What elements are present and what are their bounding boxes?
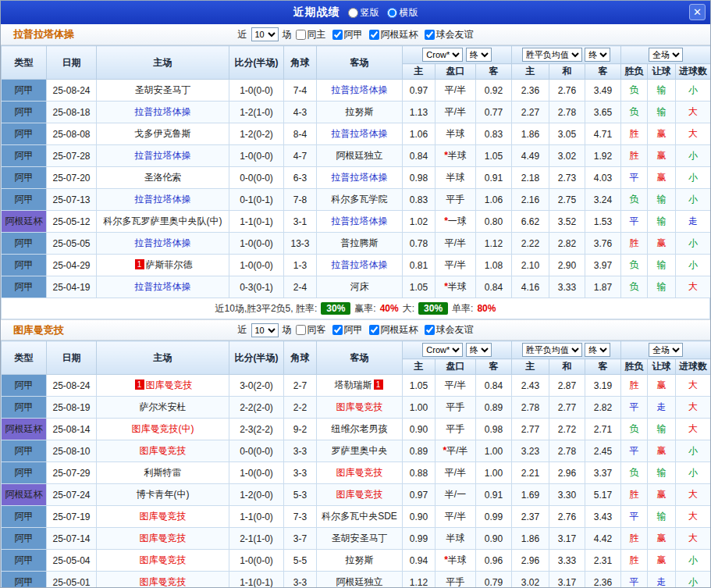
- date-cell: 25-08-14: [47, 419, 97, 440]
- league-cell: 阿甲: [2, 189, 47, 211]
- date-cell: 25-05-05: [47, 233, 97, 255]
- titlebar: 近期战绩 竖版 横版 ✕: [1, 1, 710, 24]
- home-team-cell: 拉普拉塔体操: [97, 189, 229, 211]
- score-cell: 0-3(0-1): [229, 276, 284, 298]
- score-cell: 1-2(0-2): [229, 123, 284, 145]
- filter-checkbox-同主[interactable]: 同主: [296, 28, 326, 41]
- bookmaker-select[interactable]: Crow*: [422, 343, 463, 357]
- home-team-cell: 拉普拉塔体操: [97, 145, 229, 167]
- avg-odds-select[interactable]: 胜平负均值: [522, 48, 582, 62]
- team-name: 图库曼竞技: [146, 380, 193, 390]
- avg-odds-cell: 2.31: [585, 550, 621, 572]
- avg-odds-cell: 3.24: [585, 189, 621, 211]
- filter-checkbox-阿甲[interactable]: 阿甲: [332, 323, 363, 337]
- team-name: 图库曼竞技: [140, 445, 187, 456]
- team-name: 拉努斯: [346, 554, 374, 565]
- league-cell: 阿甲: [2, 462, 47, 484]
- avg-odds-cell: 1.87: [585, 276, 621, 298]
- checkbox[interactable]: [332, 325, 343, 335]
- score-cell: 0-0(0-0): [229, 167, 284, 189]
- near-label: 近: [238, 323, 247, 337]
- avg-odds-cell: 3.23: [512, 440, 549, 462]
- avg-final-select[interactable]: 终: [585, 343, 610, 357]
- odds-cell: 平手: [435, 189, 476, 211]
- avg-odds-cell: 1.86: [512, 123, 549, 145]
- odds-cell: 平/半: [435, 102, 476, 123]
- team-name: 阿根廷独立: [336, 576, 383, 587]
- fullmatch-select[interactable]: 全场: [649, 343, 683, 357]
- avg-odds-cell: 4.71: [585, 123, 621, 145]
- odds-cell: *半球: [435, 276, 476, 298]
- avg-odds-cell: 3.17: [549, 572, 585, 588]
- checkbox[interactable]: [369, 30, 379, 40]
- odds-cell: 0.97: [403, 80, 435, 102]
- score-cell: 2-3(2-2): [229, 419, 284, 440]
- result-cell: 赢: [648, 145, 676, 167]
- avg-odds-cell: 2.18: [512, 167, 549, 189]
- match-count-select[interactable]: 10: [251, 323, 279, 337]
- match-row: 阿甲25-07-14图库曼竞技2-1(1-0)3-7圣胡安圣马丁0.99半球0.…: [2, 528, 711, 550]
- result-cell: 输: [648, 506, 676, 528]
- avg-odds-select[interactable]: 胜平负均值: [522, 343, 582, 357]
- checkbox[interactable]: [296, 325, 306, 335]
- team-name: 科尔多瓦罗萨里奥中央队(中): [104, 216, 222, 226]
- section-1-filters: 同主阿甲阿根廷杯球会友谊: [296, 28, 474, 41]
- layout-radio-vertical[interactable]: 竖版: [348, 6, 379, 20]
- home-team-cell: 图库曼竞技(中): [97, 419, 229, 440]
- corners-cell: 2-7: [284, 375, 317, 397]
- result-cell: 走: [648, 397, 676, 419]
- filter-checkbox-球会友谊[interactable]: 球会友谊: [425, 323, 474, 337]
- checkbox[interactable]: [332, 30, 343, 40]
- vertical-radio[interactable]: [348, 8, 358, 18]
- checkbox[interactable]: [369, 325, 379, 335]
- match-row: 阿甲25-08-08戈多伊克鲁斯1-2(0-2)8-4拉普拉塔体操1.06半球0…: [2, 123, 711, 145]
- horizontal-radio[interactable]: [387, 8, 397, 18]
- date-cell: 25-08-18: [47, 102, 97, 123]
- league-cell: 阿甲: [2, 397, 47, 419]
- avg-odds-cell: 2.21: [512, 462, 549, 484]
- team-name: 图库曼竞技: [140, 576, 187, 587]
- date-cell: 25-04-19: [47, 276, 97, 298]
- avg-odds-cell: 3.49: [585, 80, 621, 102]
- fullmatch-select[interactable]: 全场: [649, 48, 683, 62]
- match-row: 阿根廷杯25-08-14图库曼竞技(中)2-3(2-2)9-2纽维尔老男孩0.9…: [2, 419, 711, 440]
- odds-final-select[interactable]: 终: [466, 343, 492, 357]
- handicap-rate-value: 40%: [380, 303, 399, 314]
- col-corner: 角球: [284, 46, 317, 80]
- avg-odds-cell: 3.43: [585, 506, 621, 528]
- date-cell: 25-07-13: [47, 189, 97, 211]
- odds-final-select[interactable]: 终: [466, 48, 492, 62]
- filter-checkbox-阿根廷杯[interactable]: 阿根廷杯: [369, 323, 418, 337]
- avg-odds-cell: 2.72: [549, 419, 585, 440]
- home-team-cell: 1图库曼竞技: [97, 375, 229, 397]
- league-cell: 阿甲: [2, 528, 47, 550]
- avg-final-select[interactable]: 终: [585, 48, 610, 62]
- away-team-cell: 拉普拉塔体操: [317, 255, 403, 276]
- sub-col-home-odds: 主: [403, 359, 435, 375]
- result-cell: 负: [621, 80, 648, 102]
- score-cell: 1-1(0-1): [229, 572, 284, 588]
- close-button[interactable]: ✕: [689, 4, 706, 20]
- filter-checkbox-阿根廷杯[interactable]: 阿根廷杯: [369, 28, 418, 41]
- checkbox[interactable]: [296, 30, 306, 40]
- bookmaker-select[interactable]: Crow*: [422, 48, 463, 62]
- team-name: 拉普拉塔体操: [332, 128, 388, 139]
- checkbox[interactable]: [425, 30, 435, 40]
- odds-cell: 1.06: [403, 123, 435, 145]
- filter-checkbox-阿甲[interactable]: 阿甲: [332, 28, 363, 41]
- corners-cell: 2-4: [284, 276, 317, 298]
- layout-radio-horizontal[interactable]: 横版: [387, 6, 418, 20]
- col-type: 类型: [2, 46, 47, 80]
- avg-odds-cell: 2.76: [549, 80, 585, 102]
- filter-checkbox-球会友谊[interactable]: 球会友谊: [425, 28, 474, 41]
- team-name: 戈多伊克鲁斯: [135, 128, 191, 139]
- odds-cell: 0.88: [403, 462, 435, 484]
- sub-col-away-odds: 客: [476, 359, 512, 375]
- col-away: 客场: [317, 46, 403, 80]
- league-cell: 阿甲: [2, 375, 47, 397]
- section-2-filters: 同客阿甲阿根廷杯球会友谊: [296, 323, 474, 337]
- match-count-select[interactable]: 10: [251, 27, 279, 41]
- checkbox[interactable]: [425, 325, 435, 335]
- avg-odds-cell: 3.52: [549, 211, 585, 233]
- filter-checkbox-同客[interactable]: 同客: [296, 323, 326, 337]
